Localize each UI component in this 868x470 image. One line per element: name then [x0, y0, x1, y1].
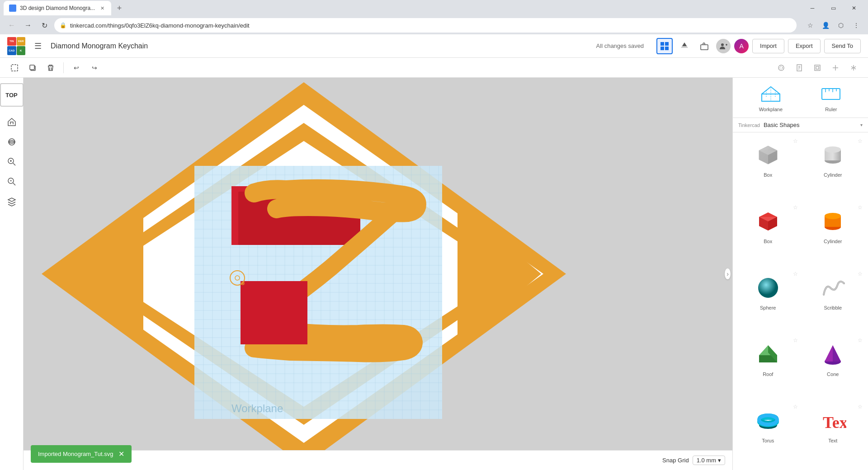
extensions-icon[interactable]: ⬡ — [835, 19, 847, 32]
import-button[interactable]: Import — [752, 39, 784, 53]
design-canvas: Workplane — [24, 78, 732, 470]
svg-point-102 — [825, 146, 841, 153]
workplane-tool[interactable]: Workplane — [759, 83, 783, 112]
user-add-icon[interactable] — [716, 39, 731, 53]
shape-label-box-red: Box — [764, 239, 772, 244]
zoom-out-button[interactable] — [4, 174, 20, 190]
grid-view-button[interactable] — [656, 38, 673, 54]
shapes-category-dropdown[interactable]: Basic Shapes ▾ — [764, 122, 863, 128]
workplane-label: Workplane — [759, 107, 783, 112]
shape-item-cylinder-orange[interactable]: ☆ Cylinder — [802, 202, 865, 267]
svg-rect-0 — [660, 42, 664, 46]
shape-star-icon: ☆ — [793, 337, 798, 343]
shape-item-cone[interactable]: ☆ Cone — [802, 335, 865, 400]
url-bar[interactable]: 🔒 tinkercad.com/things/0qfo3ElZ6kq-diamo… — [54, 18, 797, 33]
svg-text:Text: Text — [823, 414, 846, 432]
hamburger-menu-button[interactable]: ☰ — [31, 39, 45, 53]
shape-label-cylinder-grey: Cylinder — [824, 172, 842, 178]
shape-item-sphere[interactable]: ☆ Sphere — [736, 269, 800, 334]
panel-toggle-button[interactable]: › — [725, 268, 731, 279]
select-tool-button[interactable] — [7, 61, 22, 75]
copy-button[interactable] — [25, 61, 40, 75]
profile-icon[interactable]: 👤 — [819, 19, 832, 32]
svg-rect-83 — [241, 281, 307, 344]
top-view-badge[interactable]: TOP — [0, 83, 24, 107]
shape-item-roof[interactable]: ☆ Roof — [736, 335, 800, 400]
svg-rect-8 — [30, 65, 34, 70]
redo-button[interactable]: ↪ — [87, 61, 102, 75]
left-panel: TOP — [0, 78, 24, 470]
svg-rect-12 — [816, 66, 819, 69]
shape-item-scribble[interactable]: ☆ Scribble — [802, 269, 865, 334]
zoom-in-button[interactable] — [4, 154, 20, 170]
shape-item-torus[interactable]: ☆ Torus — [736, 402, 800, 466]
shape-item-cylinder-grey[interactable]: ☆ Cylinder — [802, 136, 865, 201]
forward-button[interactable]: → — [22, 19, 34, 32]
svg-point-9 — [778, 65, 784, 70]
lock-icon: 🔒 — [60, 22, 66, 28]
logo-cell-cad: CAD — [7, 46, 16, 55]
shape-label-cone: Cone — [827, 371, 839, 377]
frame-button[interactable] — [810, 61, 825, 75]
shapes-chevron-icon: ▾ — [860, 122, 863, 127]
svg-point-109 — [825, 213, 841, 219]
minimize-button[interactable]: ─ — [802, 0, 823, 16]
toolbar-right — [774, 61, 861, 75]
snap-value-selector[interactable]: 1.0 mm ▾ — [693, 456, 725, 465]
shape-star-icon: ☆ — [858, 337, 863, 343]
header-actions: A Import Export Send To — [656, 38, 861, 54]
shape-label-torus: Torus — [762, 438, 774, 443]
bookmark-icon[interactable]: ☆ — [804, 19, 816, 32]
close-button[interactable]: ✕ — [844, 0, 864, 16]
align-button[interactable] — [828, 61, 843, 75]
workplane-icon — [760, 83, 782, 105]
address-bar: ← → ↻ 🔒 tinkercad.com/things/0qfo3ElZ6kq… — [0, 16, 868, 34]
url-text: tinkercad.com/things/0qfo3ElZ6kq-diamond… — [70, 22, 791, 29]
home-view-button[interactable] — [4, 114, 20, 130]
camera-button[interactable] — [774, 61, 788, 75]
orbit-button[interactable] — [4, 134, 20, 150]
save-status: All changes saved — [596, 42, 644, 49]
toast-close-button[interactable]: ✕ — [118, 450, 124, 458]
tab-close-btn[interactable]: ✕ — [99, 5, 106, 12]
briefcase-button[interactable] — [696, 38, 712, 54]
logo-cell-k: K — [17, 46, 26, 55]
delete-button[interactable] — [43, 61, 58, 75]
shape-item-text[interactable]: ☆ Text Text — [802, 402, 865, 466]
svg-rect-6 — [11, 65, 18, 71]
active-tab[interactable]: 3D design Diamond Monogra... ✕ — [4, 1, 111, 15]
snap-grid-label: Snap Grid — [662, 457, 689, 464]
ruler-tool[interactable]: Ruler — [820, 83, 842, 112]
snap-grid-control: Snap Grid 1.0 mm ▾ — [662, 456, 725, 465]
back-button[interactable]: ← — [5, 19, 18, 32]
shape-star-icon: ☆ — [793, 404, 798, 410]
undo-button[interactable]: ↩ — [69, 61, 84, 75]
svg-rect-2 — [660, 47, 664, 50]
shape-star-icon: ☆ — [858, 271, 863, 277]
canvas-area[interactable]: Workplane › Imported Monogram_Tut.svg — [24, 78, 732, 470]
new-tab-button[interactable]: + — [113, 2, 126, 14]
app-title: Diamond Monogram Keychain — [51, 42, 591, 50]
shape-item-box-grey[interactable]: ☆ Box — [736, 136, 800, 201]
tinkercad-logo[interactable]: TIN KER CAD K — [7, 37, 25, 55]
logo-cell-tin: TIN — [7, 37, 16, 46]
browser-toolbar-icons: ☆ 👤 ⬡ ⋮ — [804, 19, 863, 32]
ruler-label: Ruler — [825, 107, 837, 112]
export-button[interactable]: Export — [788, 39, 821, 53]
shape-star-icon: ☆ — [793, 138, 798, 144]
mirror-button[interactable] — [846, 61, 861, 75]
shapes-grid: ☆ Box ☆ — [733, 132, 868, 470]
tab-bar: 3D design Diamond Monogra... ✕ + ─ ▭ ✕ — [0, 0, 868, 16]
shape-item-box-red[interactable]: ☆ Box — [736, 202, 800, 267]
sendto-button[interactable]: Send To — [824, 39, 861, 53]
refresh-button[interactable]: ↻ — [38, 19, 51, 32]
user-avatar[interactable]: A — [734, 39, 749, 53]
menu-icon[interactable]: ⋮ — [850, 19, 863, 32]
layers-button[interactable] — [4, 193, 20, 210]
svg-rect-3 — [665, 47, 669, 50]
note-button[interactable] — [792, 61, 807, 75]
tools-button[interactable] — [676, 38, 693, 54]
app-header: TIN KER CAD K ☰ Diamond Monogram Keychai… — [0, 34, 868, 58]
shape-star-icon: ☆ — [793, 271, 798, 277]
maximize-button[interactable]: ▭ — [823, 0, 844, 16]
